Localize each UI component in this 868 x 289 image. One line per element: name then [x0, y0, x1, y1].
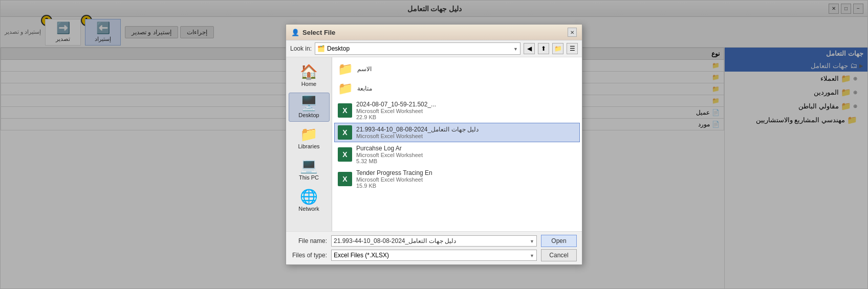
footer-filename-row: File name: دليل جهات التعامل_2024-08-08_… [291, 235, 577, 247]
excel-size-4: 15.9 KB [356, 183, 432, 189]
footer-filetype-row: Files of type: Excel Files (*.XLSX) Canc… [291, 249, 577, 261]
dialog-overlay: 👤 Select File ✕ Look in: 🗂️ Desktop ◀ ⬆ … [1, 1, 867, 288]
view-button[interactable]: ☰ [567, 43, 578, 54]
libraries-label: Libraries [298, 143, 319, 149]
dialog-title-icon: 👤 [291, 29, 299, 36]
dialog-sidebar: 🏠 Home 🖥️ Desktop 📁 Libraries 💻 This PC [286, 57, 332, 231]
up-button[interactable]: ⬆ [538, 43, 549, 54]
excel-name-3: Purcahse Log Ar [356, 145, 423, 152]
excel-type-2: Microsoft Excel Worksheet [356, 133, 479, 139]
file-item-folder2[interactable]: 📁 متابعة [334, 79, 580, 98]
select-file-dialog: 👤 Select File ✕ Look in: 🗂️ Desktop ◀ ⬆ … [286, 24, 582, 265]
file-item-excel4[interactable]: X Tender Progress Tracing En Microsoft E… [334, 167, 580, 191]
excel-name-4: Tender Progress Tracing En [356, 169, 432, 176]
sidebar-nav-thispc[interactable]: 💻 This PC [289, 155, 330, 184]
filename-input[interactable]: دليل جهات التعامل_2024-08-08_10-44-21.99… [331, 235, 537, 247]
thispc-label: This PC [299, 174, 319, 181]
folder-name-2: متابعة [357, 85, 372, 92]
lookin-label: Look in: [290, 45, 312, 52]
excel-type-3: Microsoft Excel Worksheet [356, 152, 423, 158]
file-item-folder1[interactable]: 📁 الاسم [334, 59, 580, 79]
lookin-combo[interactable]: 🗂️ Desktop [315, 42, 520, 55]
lookin-dropdown-icon [513, 45, 518, 52]
dialog-title-text: Select File [302, 29, 335, 36]
thispc-icon: 💻 [300, 159, 318, 173]
desktop-label: Desktop [298, 112, 319, 118]
excel-size-3: 5.32 MB [356, 158, 423, 164]
filetype-value: Excel Files (*.XLSX) [334, 252, 389, 259]
excel-name-1: 2024-08-07_10-59-21.502_... [356, 101, 436, 108]
back-button[interactable]: ◀ [524, 43, 535, 54]
dialog-footer: File name: دليل جهات التعامل_2024-08-08_… [286, 231, 582, 264]
sidebar-nav-home[interactable]: 🏠 Home [289, 61, 330, 91]
home-icon: 🏠 [300, 65, 318, 79]
dialog-close-button[interactable]: ✕ [568, 28, 577, 37]
sidebar-nav-network[interactable]: 🌐 Network [289, 186, 330, 215]
folder-icon-1: 📁 [338, 62, 353, 76]
excel-size-1: 22.9 KB [356, 114, 436, 120]
file-item-excel2[interactable]: X دليل جهات التعامل_2024-08-08_10-44-21.… [334, 123, 580, 142]
lookin-folder-icon: 🗂️ [317, 45, 325, 52]
file-list: 📁 الاسم 📁 متابعة X [332, 57, 582, 231]
open-button[interactable]: Open [541, 235, 577, 247]
filename-dropdown-icon [530, 237, 534, 244]
lookin-value: Desktop [327, 45, 350, 52]
excel-icon-3: X [338, 147, 352, 162]
filename-label: File name: [291, 237, 327, 244]
excel-type-4: Microsoft Excel Worksheet [356, 176, 432, 183]
main-window: ✕ □ − دليل جهات التعامل إستيراد و تصدير … [0, 0, 868, 289]
excel-icon-2: X [338, 125, 352, 140]
desktop-icon: 🖥️ [300, 96, 318, 110]
network-icon: 🌐 [300, 190, 318, 204]
network-label: Network [298, 206, 319, 212]
dialog-title-bar: 👤 Select File ✕ [286, 25, 582, 40]
dialog-title: 👤 Select File [291, 29, 335, 36]
cancel-button[interactable]: Cancel [541, 249, 577, 261]
excel-type-1: Microsoft Excel Worksheet [356, 108, 436, 114]
filetype-dropdown-icon [530, 252, 534, 259]
folder-name-1: الاسم [357, 65, 372, 73]
excel-name-2: دليل جهات التعامل_2024-08-08_10-44-21.99… [356, 126, 479, 133]
folder-icon-2: 📁 [338, 81, 353, 96]
home-label: Home [301, 81, 316, 87]
sidebar-nav-desktop[interactable]: 🖥️ Desktop [289, 93, 330, 122]
excel-icon-4: X [338, 172, 352, 186]
new-folder-button[interactable]: 📁 [552, 43, 563, 54]
dialog-body: 🏠 Home 🖥️ Desktop 📁 Libraries 💻 This PC [286, 57, 582, 231]
filetype-combo[interactable]: Excel Files (*.XLSX) [331, 250, 537, 261]
filetype-label: Files of type: [291, 252, 327, 259]
dialog-toolbar: Look in: 🗂️ Desktop ◀ ⬆ 📁 ☰ [286, 40, 582, 57]
file-item-excel1[interactable]: X 2024-08-07_10-59-21.502_... Microsoft … [334, 98, 580, 123]
filename-value: دليل جهات التعامل_2024-08-08_10-44-21.99… [334, 237, 456, 244]
sidebar-nav-libraries[interactable]: 📁 Libraries [289, 124, 330, 153]
libraries-icon: 📁 [300, 127, 318, 142]
file-item-excel3[interactable]: X Purcahse Log Ar Microsoft Excel Worksh… [334, 142, 580, 167]
excel-icon-1: X [338, 103, 352, 118]
